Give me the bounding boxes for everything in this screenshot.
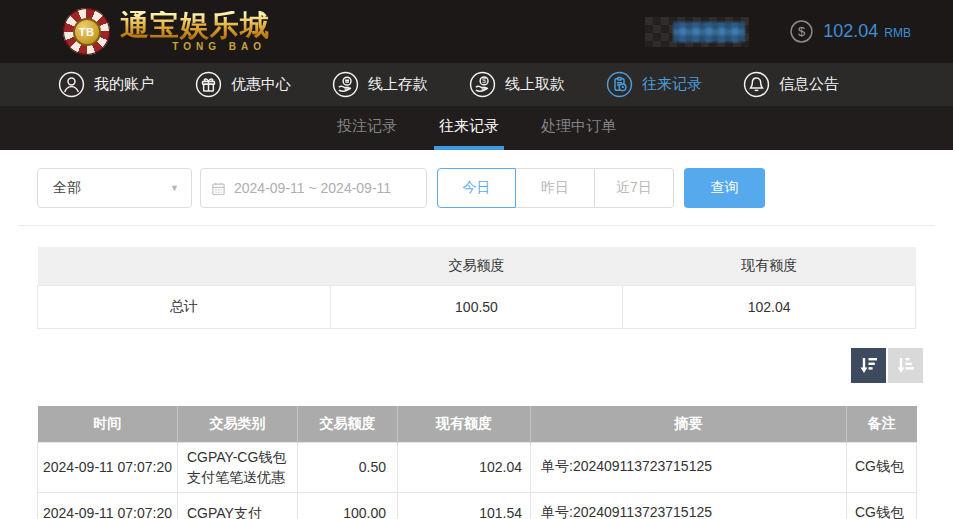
summary-header-current-balance: 现有额度	[623, 247, 916, 285]
today-button[interactable]: 今日	[437, 168, 516, 208]
cell-balance: 101.54	[398, 492, 531, 519]
tab-transaction-records[interactable]: 往来记录	[434, 106, 504, 150]
date-range-value: 2024-09-11 ~ 2024-09-11	[234, 180, 391, 196]
tab-label: 往来记录	[439, 117, 499, 136]
tab-label: 投注记录	[337, 117, 397, 136]
last-7-days-button[interactable]: 近7日	[595, 168, 674, 208]
chip-monogram: TB	[73, 18, 101, 46]
cell-time: 2024-09-11 07:07:20	[38, 443, 178, 493]
site-logo[interactable]: TB 通宝娱乐城 TONG BAO	[63, 8, 270, 55]
dollar-circle-icon: $	[789, 19, 814, 44]
date-range-input[interactable]: 2024-09-11 ~ 2024-09-11	[200, 168, 427, 208]
nav-label: 我的账户	[94, 75, 154, 94]
quick-date-buttons: 今日 昨日 近7日	[437, 168, 674, 208]
caret-down-icon: ▼	[170, 183, 179, 193]
balance-currency: RMB	[884, 23, 911, 40]
nav-label: 信息公告	[779, 75, 839, 94]
header-time: 时间	[38, 406, 178, 443]
cell-summary: 单号:202409113723715125	[531, 492, 847, 519]
nav-item-announcements[interactable]: 信息公告	[743, 71, 839, 98]
cell-balance: 102.04	[398, 443, 531, 493]
cell-summary: 单号:202409113723715125	[531, 443, 847, 493]
search-button[interactable]: 查询	[684, 168, 765, 208]
main-nav: 我的账户 优惠中心 线上存款 $ 线上取款	[0, 63, 953, 106]
censored-username	[645, 17, 749, 47]
table-row: 2024-09-11 07:07:20 CGPAY支付 100.00 101.5…	[38, 492, 917, 519]
tab-label: 处理中订单	[541, 117, 616, 136]
nav-label: 优惠中心	[231, 75, 291, 94]
type-select[interactable]: 全部 ▼	[37, 168, 192, 208]
header-transaction-amount: 交易额度	[298, 406, 398, 443]
sort-descending-icon	[858, 355, 879, 376]
sort-ascending-button[interactable]	[888, 348, 923, 383]
header-current-balance: 现有额度	[398, 406, 531, 443]
summary-header-transaction-amount: 交易额度	[330, 247, 623, 285]
nav-item-promotions[interactable]: 优惠中心	[195, 71, 291, 98]
site-subtitle: TONG BAO	[120, 42, 270, 52]
svg-text:$: $	[798, 24, 806, 39]
nav-item-records[interactable]: 往来记录	[606, 71, 702, 98]
nav-item-deposit[interactable]: 线上存款	[332, 71, 428, 98]
records-table: 时间 交易类别 交易额度 现有额度 摘要 备注 2024-09-11 07:07…	[37, 406, 917, 519]
table-row: 2024-09-11 07:07:20 CGPAY-CG钱包支付笔笔送优惠 0.…	[38, 443, 917, 493]
records-icon	[606, 71, 633, 98]
yesterday-button[interactable]: 昨日	[516, 168, 595, 208]
sort-ascending-icon	[895, 355, 916, 376]
tab-pending-orders[interactable]: 处理中订单	[536, 106, 621, 150]
user-icon	[58, 71, 85, 98]
header-remark: 备注	[847, 406, 917, 443]
section-divider	[18, 225, 935, 226]
summary-header-row: 交易额度 现有额度	[38, 247, 916, 285]
summary-total-label: 总计	[38, 285, 331, 328]
summary-total-row: 总计 100.50 102.04	[38, 285, 916, 328]
sort-controls	[0, 348, 923, 383]
cell-amount: 100.00	[298, 492, 398, 519]
filter-row: 全部 ▼ 2024-09-11 ~ 2024-09-11 今日 昨日 近7日 查…	[37, 168, 953, 208]
nav-label: 线上取款	[505, 75, 565, 94]
cell-type: CGPAY支付	[178, 492, 298, 519]
summary-table: 交易额度 现有额度 总计 100.50 102.04	[37, 247, 916, 329]
summary-header-empty	[38, 247, 331, 285]
balance-amount: 102.04	[823, 21, 878, 42]
tab-betting-records[interactable]: 投注记录	[332, 106, 402, 150]
type-select-value: 全部	[53, 179, 81, 197]
balance-display: $ 102.04 RMB	[789, 19, 911, 44]
summary-current-balance: 102.04	[623, 285, 916, 328]
cell-remark: CG钱包	[847, 492, 917, 519]
svg-text:$: $	[482, 77, 486, 84]
sub-nav: 投注记录 往来记录 处理中订单	[0, 106, 953, 150]
cell-amount: 0.50	[298, 443, 398, 493]
header-summary: 摘要	[531, 406, 847, 443]
casino-chip-icon: TB	[63, 8, 110, 55]
deposit-icon	[332, 71, 359, 98]
nav-item-withdraw[interactable]: $ 线上取款	[469, 71, 565, 98]
top-bar: TB 通宝娱乐城 TONG BAO $ 102.04 RMB	[0, 0, 953, 63]
bell-icon	[743, 71, 770, 98]
cell-type: CGPAY-CG钱包支付笔笔送优惠	[178, 443, 298, 493]
site-title: 通宝娱乐城	[120, 11, 270, 40]
gift-icon	[195, 71, 222, 98]
nav-item-my-account[interactable]: 我的账户	[58, 71, 154, 98]
records-header-row: 时间 交易类别 交易额度 现有额度 摘要 备注	[38, 406, 917, 443]
nav-label: 线上存款	[368, 75, 428, 94]
calendar-icon	[211, 181, 226, 196]
cell-remark: CG钱包	[847, 443, 917, 493]
nav-label: 往来记录	[642, 75, 702, 94]
header-transaction-type: 交易类别	[178, 406, 298, 443]
summary-transaction-amount: 100.50	[330, 285, 623, 328]
cell-time: 2024-09-11 07:07:20	[38, 492, 178, 519]
sort-descending-button[interactable]	[851, 348, 886, 383]
withdraw-icon: $	[469, 71, 496, 98]
